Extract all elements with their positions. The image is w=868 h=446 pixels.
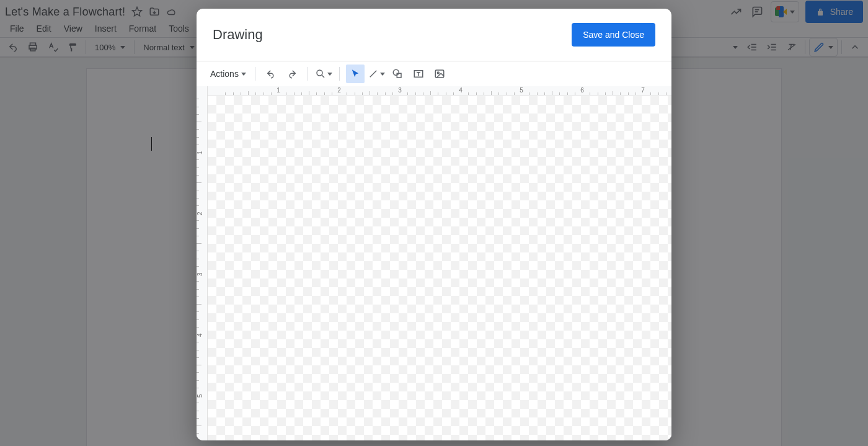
- ruler-number: 5: [197, 394, 203, 398]
- drawing-canvas[interactable]: [208, 96, 671, 440]
- caret-down-icon: [241, 73, 246, 76]
- caret-down-icon: [327, 73, 332, 76]
- zoom-icon[interactable]: [314, 65, 333, 83]
- actions-label: Actions: [210, 69, 239, 79]
- canvas-column: 1234567: [208, 86, 671, 440]
- save-and-close-button[interactable]: Save and Close: [572, 23, 655, 47]
- ruler-number: 3: [398, 87, 402, 94]
- separator: [255, 67, 255, 81]
- ruler-number: 3: [197, 272, 203, 276]
- shape-tool-icon[interactable]: [388, 65, 407, 83]
- svg-point-17: [393, 69, 399, 75]
- drawing-vertical-ruler[interactable]: 12345: [197, 86, 208, 440]
- textbox-tool-icon[interactable]: [409, 65, 428, 83]
- drawing-dialog: Drawing Save and Close Actions: [197, 9, 671, 440]
- svg-rect-20: [435, 70, 444, 78]
- svg-line-15: [322, 75, 324, 78]
- ruler-number: 6: [580, 87, 584, 94]
- separator: [339, 67, 340, 81]
- ruler-number: 1: [197, 151, 203, 154]
- dialog-header: Drawing Save and Close: [197, 9, 671, 61]
- svg-line-16: [370, 71, 377, 78]
- ruler-number: 4: [197, 333, 203, 337]
- ruler-number: 5: [520, 87, 523, 94]
- image-tool-icon[interactable]: [430, 65, 449, 83]
- caret-down-icon: [380, 73, 385, 76]
- dialog-title: Drawing: [213, 27, 263, 43]
- line-tool-icon[interactable]: [367, 65, 386, 83]
- svg-point-14: [317, 70, 322, 76]
- ruler-number: 1: [277, 87, 280, 94]
- separator: [308, 67, 308, 81]
- drawing-toolbar: Actions: [197, 61, 671, 86]
- svg-point-21: [437, 72, 439, 74]
- svg-rect-18: [397, 73, 401, 78]
- select-tool-icon[interactable]: [346, 65, 365, 83]
- ruler-number: 2: [337, 87, 341, 94]
- drawing-horizontal-ruler[interactable]: 1234567: [208, 86, 671, 96]
- ruler-number: 7: [641, 87, 645, 94]
- drawing-body: 12345 1234567: [197, 86, 671, 440]
- ruler-number: 2: [197, 212, 203, 215]
- ruler-number: 4: [459, 87, 463, 94]
- modal-scrim[interactable]: Drawing Save and Close Actions: [0, 0, 868, 446]
- undo-icon[interactable]: [262, 65, 280, 83]
- actions-menu[interactable]: Actions: [208, 69, 249, 79]
- redo-icon[interactable]: [283, 65, 301, 83]
